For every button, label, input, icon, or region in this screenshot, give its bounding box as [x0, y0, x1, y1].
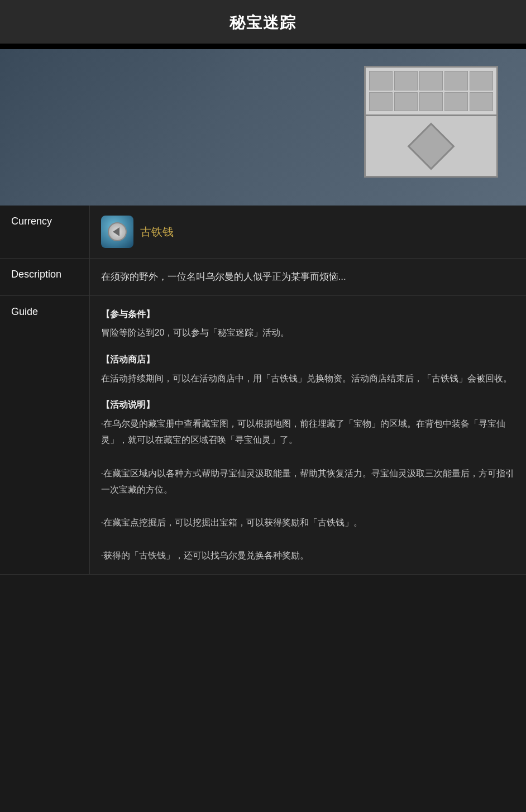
currency-row: Currency 古铁钱 [0, 206, 526, 259]
chest-body [364, 116, 498, 178]
guide-label: Guide [0, 295, 89, 574]
stripe-5 [470, 71, 493, 90]
stripe-3 [419, 71, 443, 90]
title-bar: 秘宝迷踪 [0, 0, 526, 45]
guide-section-1: 【参与条件】 冒险等阶达到20，可以参与「秘宝迷踪」活动。 [101, 306, 515, 341]
separator-top [0, 45, 526, 49]
guide-section-3-body4: ·获得的「古铁钱」，还可以找乌尔曼兑换各种奖励。 [101, 551, 309, 560]
stripe-8 [419, 92, 443, 112]
currency-value-cell: 古铁钱 [89, 206, 526, 259]
description-label: Description [0, 259, 89, 296]
currency-label: Currency [0, 206, 89, 259]
stripe-6 [369, 92, 393, 112]
description-row: Description 在须弥的野外，一位名叫乌尔曼的人似乎正为某事而烦恼... [0, 259, 526, 296]
stripe-10 [470, 92, 493, 112]
info-table: Currency 古铁钱 Description 在须弥的野外，一位名叫乌尔曼的… [0, 206, 526, 575]
guide-section-1-body: 冒险等阶达到20，可以参与「秘宝迷踪」活动。 [101, 328, 290, 337]
guide-section-3-body1: ·在乌尔曼的藏宝册中查看藏宝图，可以根据地图，前往埋藏了「宝物」的区域。在背包中… [101, 419, 505, 445]
description-value-cell: 在须弥的野外，一位名叫乌尔曼的人似乎正为某事而烦恼... [89, 259, 526, 296]
currency-display: 古铁钱 [101, 216, 515, 248]
stripe-2 [394, 71, 418, 90]
currency-arrow-icon [113, 227, 119, 236]
guide-section-3: 【活动说明】 ·在乌尔曼的藏宝册中查看藏宝图，可以根据地图，前往埋藏了「宝物」的… [101, 397, 515, 564]
currency-name: 古铁钱 [140, 222, 174, 241]
stripe-4 [444, 71, 468, 90]
banner-area [0, 49, 526, 206]
chest-diamond [408, 122, 455, 170]
pixel-art-chest [353, 66, 509, 189]
guide-value-cell: 【参与条件】 冒险等阶达到20，可以参与「秘宝迷踪」活动。 【活动商店】 在活动… [89, 295, 526, 574]
page-title: 秘宝迷踪 [0, 12, 526, 34]
stripe-1 [369, 71, 393, 90]
guide-section-3-title: 【活动说明】 [101, 397, 515, 413]
currency-icon-inner [108, 222, 127, 241]
guide-section-2-title: 【活动商店】 [101, 351, 515, 368]
currency-icon [101, 216, 133, 248]
guide-section-3-body2: ·在藏宝区域内以各种方式帮助寻宝仙灵汲取能量，帮助其恢复活力。寻宝仙灵汲取三次能… [101, 469, 514, 495]
guide-row: Guide 【参与条件】 冒险等阶达到20，可以参与「秘宝迷踪」活动。 【活动商… [0, 295, 526, 574]
guide-section-1-title: 【参与条件】 [101, 306, 515, 323]
stripe-9 [444, 92, 468, 112]
chest-lid [364, 66, 498, 116]
guide-section-2: 【活动商店】 在活动持续期间，可以在活动商店中，用「古铁钱」兑换物资。活动商店结… [101, 351, 515, 386]
description-text: 在须弥的野外，一位名叫乌尔曼的人似乎正为某事而烦恼... [101, 269, 515, 285]
guide-section-2-body: 在活动持续期间，可以在活动商店中，用「古铁钱」兑换物资。活动商店结束后，「古铁钱… [101, 374, 512, 383]
stripe-7 [394, 92, 418, 112]
guide-content: 【参与条件】 冒险等阶达到20，可以参与「秘宝迷踪」活动。 【活动商店】 在活动… [101, 306, 515, 564]
guide-section-3-body3: ·在藏宝点挖掘后，可以挖掘出宝箱，可以获得奖励和「古铁钱」。 [101, 518, 362, 527]
